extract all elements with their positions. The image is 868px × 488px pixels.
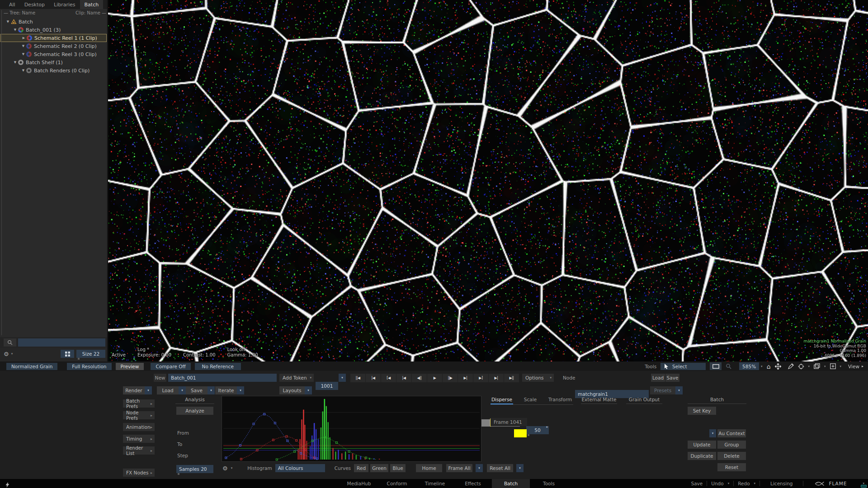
compare-button[interactable]: Compare Off [151, 363, 190, 370]
playback-options-dropdown[interactable]: Options▾ [522, 374, 554, 382]
region-view-button[interactable] [710, 362, 722, 370]
tab-scale[interactable]: Scale [523, 397, 538, 404]
setup-save-button[interactable]: Save [186, 386, 208, 394]
set-key-button[interactable]: Set Key [688, 407, 716, 415]
goto-end-button[interactable]: ▶|| [504, 374, 519, 382]
goto-start-button[interactable]: ||◀ [350, 374, 365, 382]
save-action[interactable]: Save [691, 481, 703, 486]
presets-button[interactable]: Presets [650, 386, 675, 394]
iterate-dropdown[interactable]: ▾ [237, 386, 244, 394]
prev-keyframe-button[interactable]: |◀ [366, 374, 381, 382]
channel-select-dropdown[interactable]: All Colours [275, 464, 325, 472]
play-button[interactable]: ▶ [427, 374, 442, 382]
batch-name-field[interactable]: Batch_001 [168, 374, 277, 382]
au-context-button[interactable]: Au Context [717, 429, 746, 437]
step-back-button[interactable]: ◀|| [412, 374, 427, 382]
grain-voronoi-canvas[interactable] [108, 0, 868, 361]
add-view-dropdown-arrow[interactable]: ▾ [840, 365, 842, 368]
tree-name-header[interactable]: — Tree: Name [4, 10, 35, 15]
grain-histogram-plot[interactable] [222, 396, 481, 462]
view-mode-button[interactable]: Normalized Grain [6, 363, 57, 370]
expander-icon[interactable]: ▼ [5, 20, 10, 23]
red-channel-button[interactable]: Red [354, 464, 368, 472]
preview-toggle[interactable]: Preview [116, 363, 144, 370]
redo-dropdown-arrow[interactable]: ▾ [754, 482, 756, 485]
goto-in-button[interactable]: [◀ [381, 374, 396, 382]
delete-button[interactable]: Delete [717, 452, 746, 460]
play-forward-button[interactable]: ||▶ [443, 374, 458, 382]
iterate-button[interactable]: Iterate [215, 386, 237, 394]
context-dropdown[interactable]: ▾ [709, 429, 716, 437]
gear-dropdown-arrow[interactable]: ▾ [11, 352, 13, 356]
render-list-button[interactable]: Render List▸ [123, 446, 155, 455]
start-frame-field[interactable]: 1001 [316, 382, 338, 390]
pan-tool-button[interactable] [775, 362, 781, 370]
reset-button[interactable]: Reset [717, 463, 746, 471]
home-view-button[interactable]: ⌂ [767, 362, 771, 370]
tab-conform[interactable]: Conform [378, 479, 416, 488]
setup-load-button[interactable]: Load [157, 386, 179, 394]
tab-timeline[interactable]: Timeline [416, 479, 454, 488]
layouts-button[interactable]: Layouts [279, 386, 305, 394]
next-edit-button[interactable]: ▶| [458, 374, 473, 382]
update-button[interactable]: Update [688, 441, 716, 449]
tab-desktop[interactable]: Desktop [20, 0, 49, 9]
histogram-gear-button[interactable]: ⚙ [222, 465, 228, 472]
goto-out-button[interactable]: ▶] [473, 374, 488, 382]
layout-views-button[interactable] [814, 362, 820, 370]
tree-item-batch-001[interactable]: ▼ Batch_001 (3) [0, 26, 107, 34]
render-dropdown[interactable]: ▾ [145, 386, 152, 394]
cell-colour-swatch[interactable] [514, 429, 527, 437]
licensing-action[interactable]: Licensing [770, 481, 793, 486]
thumbnail-size-field[interactable]: Size 22 [76, 350, 105, 358]
new-batch-button[interactable]: New [154, 374, 166, 382]
tree-item-batch-renders[interactable]: ▼ Batch Renders (0 Clip) [0, 66, 107, 75]
redo-action[interactable]: Redo [738, 481, 750, 486]
tab-libraries[interactable]: Libraries [49, 0, 80, 9]
resolution-button[interactable]: Full Resolution [67, 363, 111, 370]
batch-prefs-button[interactable]: Batch Prefs▸ [123, 399, 155, 408]
next-keyframe-button[interactable]: ▶| [489, 374, 504, 382]
tab-transform[interactable]: Transform [547, 397, 573, 404]
select-tool-button[interactable]: Select [660, 363, 706, 370]
node-save-button[interactable]: Save [665, 374, 679, 382]
tree-item-schematic-reel-3[interactable]: ▼ Schematic Reel 3 (0 Clip) [0, 50, 107, 58]
load-dropdown[interactable]: ▾ [179, 386, 186, 394]
frame-all-dropdown[interactable]: ▾ [476, 464, 483, 472]
blue-channel-button[interactable]: Blue [390, 464, 406, 472]
tree-item-batch[interactable]: ▼ Batch [0, 18, 107, 26]
start-frame-dropdown[interactable]: ▾ [339, 374, 346, 382]
tab-batch-module[interactable]: Batch [492, 479, 530, 488]
expander-icon[interactable]: ▼ [21, 52, 26, 56]
search-input[interactable] [18, 338, 105, 347]
expander-icon[interactable]: ▼ [13, 61, 18, 64]
tree-item-schematic-reel-1[interactable]: ▶ Schematic Reel 1 (1 Clip) [0, 34, 107, 42]
tab-batch[interactable]: Batch [80, 0, 104, 9]
search-button[interactable] [4, 338, 16, 347]
save-dropdown[interactable]: ▾ [208, 386, 215, 394]
node-prefs-button[interactable]: Node Prefs▸ [123, 411, 155, 419]
status-bolt-icon[interactable] [5, 481, 9, 488]
home-button[interactable]: Home [416, 464, 442, 472]
animation-button[interactable]: Animation▸ [123, 423, 155, 431]
colour-picker-button[interactable] [788, 362, 794, 370]
analyze-button[interactable]: Analyze [176, 407, 213, 415]
thumbnail-view-button[interactable] [61, 350, 74, 358]
duplicate-button[interactable]: Duplicate [688, 452, 716, 460]
zoom-tool-button[interactable] [726, 362, 731, 370]
undo-action[interactable]: Undo [711, 481, 723, 486]
tree-item-schematic-reel-2[interactable]: ▼ Schematic Reel 2 (0 Clip) [0, 42, 107, 50]
crosshair-tool-button[interactable] [798, 362, 804, 370]
green-channel-button[interactable]: Green [370, 464, 388, 472]
tab-disperse[interactable]: Disperse [491, 397, 513, 404]
crosshair-dropdown-arrow[interactable]: ▾ [808, 365, 810, 368]
zoom-dropdown-arrow[interactable]: ▾ [759, 362, 763, 370]
gear-button[interactable]: ⚙ [4, 350, 9, 358]
render-button[interactable]: Render [123, 386, 145, 394]
expander-icon[interactable]: ▼ [21, 44, 26, 48]
samples-field[interactable]: Samples 20 [176, 465, 213, 473]
prev-edit-button[interactable]: |◀ [396, 374, 411, 382]
zoom-level-field[interactable]: 585% [739, 362, 759, 370]
add-token-dropdown[interactable]: Add Token▾ [279, 374, 314, 382]
expander-icon[interactable]: ▶ [21, 36, 26, 40]
